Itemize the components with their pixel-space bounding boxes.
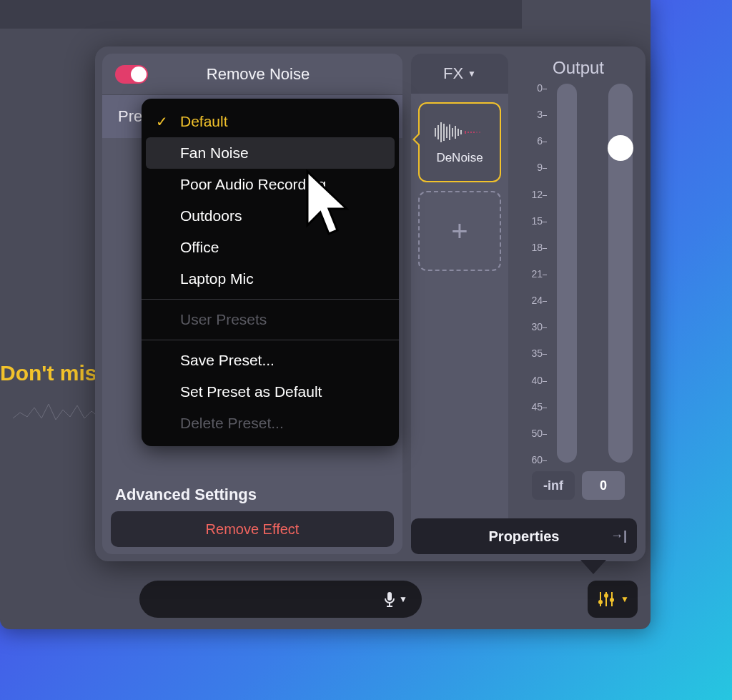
fx-chain-header[interactable]: FX ▼ <box>411 54 508 94</box>
toggle-knob <box>131 66 147 82</box>
properties-button[interactable]: Properties →| <box>411 518 637 554</box>
voice-input-pill[interactable]: ▼ <box>139 581 422 618</box>
effect-title: Remove Noise <box>127 65 390 84</box>
preset-option[interactable]: Office <box>142 232 399 263</box>
svg-point-8 <box>610 598 614 602</box>
fx-header-label: FX <box>443 64 463 83</box>
level-readout: -inf <box>532 471 575 500</box>
effects-toggle-button[interactable]: ▼ <box>588 581 638 618</box>
chevron-down-icon: ▼ <box>468 69 476 79</box>
preset-label: Pre <box>118 107 142 126</box>
preset-action[interactable]: Set Preset as Default <box>142 376 399 408</box>
scale-tick: 18 <box>524 242 543 253</box>
preset-action: Delete Preset... <box>142 408 399 439</box>
svg-point-6 <box>604 593 608 598</box>
properties-label: Properties <box>489 528 560 545</box>
svg-point-4 <box>598 600 603 604</box>
effect-header: Remove Noise <box>102 54 402 95</box>
remove-effect-button[interactable]: Remove Effect <box>111 511 394 547</box>
preset-option[interactable]: Laptop Mic <box>142 263 399 295</box>
bottom-toolbar: ▼ ▼ <box>0 576 651 622</box>
meter-scale: 03691215182124303540455060 <box>524 84 548 463</box>
scale-tick: 15 <box>524 215 543 227</box>
plus-icon: + <box>451 215 468 247</box>
fx-slot-denoise[interactable]: DeNoise <box>418 102 501 182</box>
level-meter <box>557 84 577 463</box>
gain-readout[interactable]: 0 <box>582 471 625 500</box>
microphone-icon: ▼ <box>383 591 407 607</box>
scale-tick: 35 <box>524 347 543 359</box>
scale-tick: 24 <box>524 295 543 306</box>
preset-option[interactable]: Fan Noise <box>146 137 395 169</box>
svg-rect-0 <box>387 592 392 601</box>
scale-tick: 40 <box>524 375 543 386</box>
preset-action[interactable]: Save Preset... <box>142 345 399 376</box>
collapse-icon: →| <box>610 528 627 543</box>
fx-add-slot[interactable]: + <box>418 191 501 271</box>
scale-tick: 3 <box>524 109 543 120</box>
scale-tick: 9 <box>524 162 543 173</box>
output-title: Output <box>521 58 635 78</box>
preset-section-header: User Presets <box>142 304 399 335</box>
output-section: Output 03691215182124303540455060 -inf 0 <box>521 58 635 501</box>
waveform-icon <box>431 119 488 145</box>
chevron-down-icon: ▼ <box>620 594 629 604</box>
scale-tick: 0 <box>524 82 543 94</box>
scale-tick: 6 <box>524 135 543 147</box>
fx-chain: FX ▼ <box>411 54 508 554</box>
output-readouts: -inf 0 <box>521 471 635 500</box>
sliders-icon <box>596 589 616 609</box>
output-meter: 03691215182124303540455060 <box>521 84 635 463</box>
scale-tick: 50 <box>524 428 543 439</box>
editor-toolbar-bg <box>0 0 522 29</box>
gain-slider[interactable] <box>608 84 633 463</box>
scale-tick: 21 <box>524 268 543 280</box>
preset-option[interactable]: Default <box>142 106 399 137</box>
effect-enable-toggle[interactable] <box>115 65 148 84</box>
scale-tick: 45 <box>524 401 543 413</box>
preset-option[interactable]: Outdoors <box>142 200 399 232</box>
preset-option[interactable]: Poor Audio Recording <box>142 169 399 200</box>
preset-menu[interactable]: DefaultFan NoisePoor Audio RecordingOutd… <box>142 99 399 446</box>
timeline-caption: Don't mis <box>0 361 97 385</box>
fx-slot-label: DeNoise <box>436 151 483 165</box>
advanced-settings-header[interactable]: Advanced Settings <box>115 485 257 504</box>
chevron-down-icon: ▼ <box>399 594 407 604</box>
scale-tick: 12 <box>524 189 543 200</box>
scale-tick: 60 <box>524 454 543 465</box>
scale-tick: 30 <box>524 321 543 332</box>
slider-thumb[interactable] <box>608 135 633 161</box>
